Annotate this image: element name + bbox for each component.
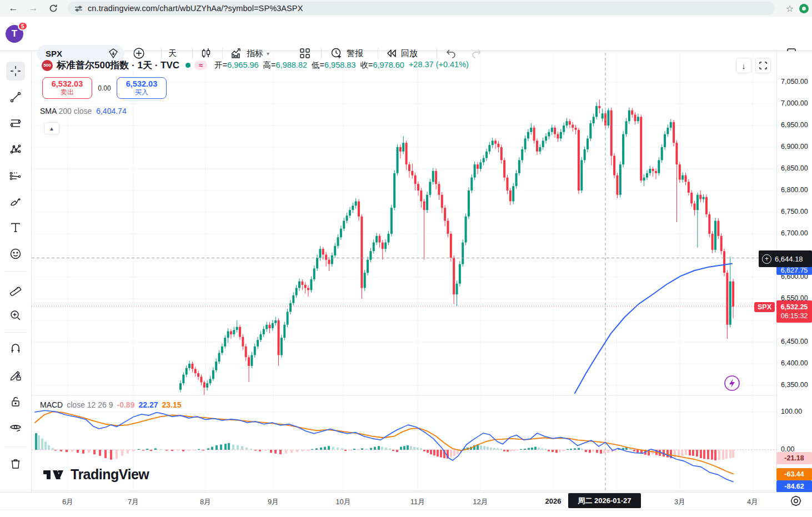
time-axis-label: 11月 <box>410 497 425 507</box>
price-axis-label: 6,900.00 <box>777 143 812 150</box>
bottom-strip <box>0 510 812 517</box>
time-axis-label: 10月 <box>335 497 350 507</box>
price-axis-label: 6,850.00 <box>777 164 812 172</box>
time-axis-label: 6月 <box>62 497 73 507</box>
market-status-icon <box>186 63 191 68</box>
bookmark-star-icon[interactable]: ☆ <box>786 3 794 14</box>
price-axis-label: 6,700.00 <box>777 229 812 237</box>
brush-tool-button[interactable] <box>6 192 25 211</box>
price-axis-label: 6,350.00 <box>777 381 812 389</box>
url-text: cn.tradingview.com/chart/wbUZYhAa/?symbo… <box>88 4 303 13</box>
time-axis[interactable]: 周二 2026-01-27 6月7月8月9月10月11月12月20263月4月 <box>0 492 812 510</box>
price-axis-label: 6,950.00 <box>777 121 812 129</box>
time-axis-label: 2026 <box>545 497 562 505</box>
price-axis-label: 7,000.00 <box>777 99 812 107</box>
last-price-tag: 6,532.25 06:15:32 <box>776 300 812 323</box>
magnet-tool-button[interactable] <box>6 340 25 359</box>
tradingview-chart-page: { "browser": { "url": "cn.tradingview.co… <box>0 0 812 517</box>
tradingview-mark-icon <box>43 468 66 481</box>
lock-drawings-button[interactable] <box>6 392 25 411</box>
tune-icon <box>74 4 83 13</box>
approx-badge: ≈ <box>194 61 207 70</box>
time-axis-label: 3月 <box>674 497 685 507</box>
price-axis-label: 6,800.00 <box>777 186 812 194</box>
macd-hist-value-tag: -21.18 <box>776 452 812 464</box>
emoji-tool-button[interactable] <box>6 244 25 263</box>
notification-badge: 5 <box>18 22 28 31</box>
bar-countdown: 06:15:32 <box>781 312 808 320</box>
extension-icon[interactable] <box>799 4 809 13</box>
crosshair-date-tooltip: 周二 2026-01-27 <box>568 493 641 508</box>
time-axis-label: 9月 <box>268 497 279 507</box>
chart-pane[interactable] <box>32 51 776 492</box>
buy-button[interactable]: 6,532.03买入 <box>117 77 167 99</box>
candlestick-chart[interactable] <box>32 51 776 492</box>
sma-legend[interactable]: SMA 200 close 6,404.74 <box>40 107 127 116</box>
trend-line-tool-button[interactable] <box>6 88 25 107</box>
time-axis-label: 4月 <box>747 497 758 507</box>
scroll-to-recent-button[interactable]: ↓ <box>736 58 751 73</box>
crosshair-price-tag: + 6,644.18 <box>759 250 812 267</box>
chart-toolbar: T 5 SPX 天 指标 ▾ 警报 回放 <box>0 17 812 51</box>
symbol-title: 标准普尔500指数 · 1天 · TVC <box>57 59 179 72</box>
zoom-in-tool-button[interactable] <box>6 306 25 325</box>
tradingview-logo[interactable]: TradingView <box>43 466 149 483</box>
price-axis-label: 6,400.00 <box>777 359 812 367</box>
maximize-pane-button[interactable] <box>755 58 771 73</box>
browser-bar: ← → cn.tradingview.com/chart/wbUZYhAa/?s… <box>0 0 812 17</box>
price-axis-label: 7,050.00 <box>777 78 812 86</box>
time-axis-label: 7月 <box>128 497 139 507</box>
change-value: +28.37 (+0.41%) <box>409 60 469 71</box>
fib-retracement-tool-button[interactable] <box>6 114 25 133</box>
time-axis-label: 8月 <box>200 497 211 507</box>
remove-drawings-button[interactable] <box>6 454 25 473</box>
time-axis-label: 12月 <box>473 497 488 507</box>
spread-value: 0.00 <box>92 84 117 92</box>
text-tool-button[interactable] <box>6 218 25 237</box>
maximize-icon <box>759 61 768 70</box>
symbol-legend[interactable]: 500 标准普尔500指数 · 1天 · TVC ≈ 开=6,965.96 高=… <box>42 59 469 72</box>
crosshair-tool-button[interactable] <box>6 62 25 81</box>
time-settings-icon[interactable] <box>790 495 802 507</box>
macd-axis-label: 100.00 <box>777 408 812 415</box>
hide-drawings-button[interactable] <box>6 418 25 437</box>
back-icon[interactable]: ← <box>7 2 20 15</box>
sp500-badge: 500 <box>42 60 53 71</box>
reload-icon[interactable] <box>47 2 60 15</box>
spx-price-line-chip: SPX <box>754 302 775 312</box>
trade-buttons: 6,532.03卖出 0.00 6,532.03买入 <box>42 77 167 99</box>
measure-tool-button[interactable] <box>6 280 25 299</box>
collapse-legend-button[interactable]: ▲ <box>44 122 59 134</box>
ohlc-values: 开=6,965.96 高=6,988.82 低=6,958.83 收=6,978… <box>214 60 469 71</box>
forecast-tool-button[interactable] <box>6 166 25 185</box>
macd-line-value-tag: -84.62 <box>776 480 812 493</box>
macd-signal-value-tag: -63.44 <box>776 468 812 480</box>
add-alert-plus-icon[interactable]: + <box>762 254 771 264</box>
drawing-mode-button[interactable] <box>6 366 25 385</box>
sell-button[interactable]: 6,532.03卖出 <box>42 77 92 99</box>
price-axis-label: 6,750.00 <box>777 208 812 215</box>
forward-icon[interactable]: → <box>27 2 40 15</box>
address-bar[interactable]: cn.tradingview.com/chart/wbUZYhAa/?symbo… <box>68 2 775 15</box>
drawing-sidebar <box>0 51 32 517</box>
price-axis-label: 6,450.00 <box>777 338 812 345</box>
macd-legend[interactable]: MACDclose 12 26 9 -0.89 22.27 23.15 <box>40 400 182 409</box>
pattern-tool-button[interactable] <box>6 140 25 159</box>
